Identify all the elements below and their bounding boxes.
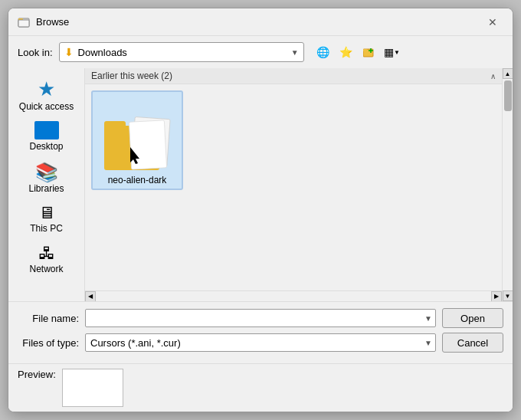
filetype-value: Cursors (*.ani, *.cur) bbox=[90, 337, 431, 349]
sidebar-item-desktop[interactable]: Desktop bbox=[13, 118, 80, 155]
title-bar: Browse ✕ bbox=[8, 8, 513, 36]
globe-button[interactable]: 🌐 bbox=[313, 42, 333, 62]
filename-input[interactable] bbox=[90, 310, 431, 326]
bottom-section: File name: ▼ Open Files of type: Cursors… bbox=[8, 301, 513, 363]
filename-row: File name: ▼ Open bbox=[18, 308, 503, 328]
filename-input-wrapper: ▼ bbox=[85, 309, 436, 327]
sidebar: ★ Quick access Desktop 📚 Libraries 🖥 Thi… bbox=[8, 68, 85, 301]
look-in-value: Downloads bbox=[78, 47, 291, 58]
favorites-button[interactable]: ⭐ bbox=[336, 42, 356, 62]
svg-rect-2 bbox=[18, 20, 29, 27]
sidebar-desktop-label: Desktop bbox=[29, 141, 63, 152]
toolbar-icons: 🌐 ⭐ ▦▼ bbox=[313, 42, 402, 62]
cancel-button[interactable]: Cancel bbox=[442, 333, 503, 353]
filetype-label: Files of type: bbox=[18, 337, 79, 349]
look-in-bar: Look in: ⬇ Downloads ▼ 🌐 ⭐ ▦▼ bbox=[8, 36, 513, 68]
sidebar-item-thispc[interactable]: 🖥 This PC bbox=[13, 200, 80, 237]
sidebar-item-network[interactable]: 🖧 Network bbox=[13, 241, 80, 277]
look-in-dropdown[interactable]: ⬇ Downloads ▼ bbox=[59, 42, 304, 62]
title-bar-left: Browse bbox=[18, 16, 69, 28]
network-icon: 🖧 bbox=[38, 244, 55, 264]
files-grid: neo-alien-dark bbox=[85, 84, 502, 290]
chevron-down-icon: ▼ bbox=[291, 48, 299, 57]
vertical-scrollbar: ▲ ▼ bbox=[502, 68, 513, 301]
main-area: ★ Quick access Desktop 📚 Libraries 🖥 Thi… bbox=[8, 68, 513, 301]
libraries-icon: 📚 bbox=[35, 162, 58, 183]
thispc-icon: 🖥 bbox=[38, 203, 55, 223]
filename-label: File name: bbox=[18, 313, 79, 324]
content-scroll-wrapper: Earlier this week (2) ∧ bbox=[85, 68, 513, 301]
new-folder-icon bbox=[363, 47, 375, 57]
scroll-vertical-track[interactable] bbox=[503, 79, 513, 290]
preview-box bbox=[62, 369, 123, 407]
scroll-thumb bbox=[504, 80, 512, 111]
scroll-down-button[interactable]: ▼ bbox=[503, 290, 513, 301]
section-header: Earlier this week (2) ∧ bbox=[85, 68, 502, 84]
horizontal-scrollbar: ◀ ▶ bbox=[85, 290, 502, 301]
file-item[interactable]: neo-alien-dark bbox=[91, 90, 183, 190]
inner-content: Earlier this week (2) ∧ bbox=[85, 68, 502, 301]
quick-access-icon: ★ bbox=[38, 77, 55, 101]
view-button[interactable]: ▦▼ bbox=[382, 42, 402, 62]
folder-icon: ⬇ bbox=[64, 46, 74, 58]
sidebar-item-quick-access[interactable]: ★ Quick access bbox=[13, 74, 80, 115]
folder-visual bbox=[103, 110, 172, 172]
close-button[interactable]: ✕ bbox=[482, 11, 503, 33]
sidebar-quick-access-label: Quick access bbox=[19, 101, 74, 112]
scroll-left-button[interactable]: ◀ bbox=[85, 291, 96, 302]
desktop-icon bbox=[34, 121, 59, 139]
look-in-label: Look in: bbox=[18, 47, 53, 58]
filetype-row: Files of type: Cursors (*.ani, *.cur) ▼ … bbox=[18, 333, 503, 353]
section-chevron-icon: ∧ bbox=[490, 72, 496, 80]
filetype-input-wrapper: Cursors (*.ani, *.cur) ▼ bbox=[85, 333, 436, 352]
dialog-title: Browse bbox=[36, 16, 69, 28]
preview-section: Preview: bbox=[8, 363, 513, 412]
preview-label: Preview: bbox=[18, 369, 56, 380]
sidebar-item-libraries[interactable]: 📚 Libraries bbox=[13, 159, 80, 197]
svg-rect-4 bbox=[363, 49, 367, 51]
browse-dialog: Browse ✕ Look in: ⬇ Downloads ▼ 🌐 ⭐ ▦▼ bbox=[8, 8, 513, 412]
sidebar-thispc-label: This PC bbox=[30, 223, 63, 234]
open-button[interactable]: Open bbox=[442, 308, 503, 328]
scroll-right-button[interactable]: ▶ bbox=[491, 291, 502, 302]
folder-icon-large bbox=[103, 110, 179, 178]
svg-rect-8 bbox=[104, 121, 126, 130]
section-title: Earlier this week (2) bbox=[91, 71, 172, 81]
scroll-up-button[interactable]: ▲ bbox=[503, 68, 513, 79]
sidebar-libraries-label: Libraries bbox=[28, 183, 64, 194]
new-folder-button[interactable] bbox=[359, 42, 379, 62]
sidebar-network-label: Network bbox=[29, 264, 63, 274]
browse-icon bbox=[18, 16, 30, 28]
